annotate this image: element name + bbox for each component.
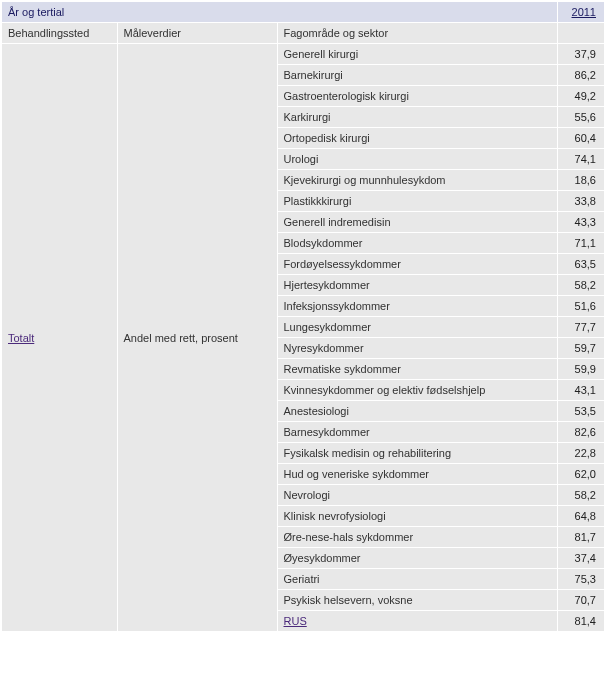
value-cell: 58,2: [557, 485, 604, 506]
value-cell: 77,7: [557, 317, 604, 338]
value-cell: 60,4: [557, 128, 604, 149]
value-cell: 71,1: [557, 233, 604, 254]
table-row: TotaltAndel med rett, prosentGenerell ki…: [1, 44, 604, 65]
value-cell: 33,8: [557, 191, 604, 212]
category-label: Fordøyelsessykdommer: [277, 254, 557, 275]
col-header-fagomraade: Fagområde og sektor: [277, 23, 557, 44]
col-header-value-blank: [557, 23, 604, 44]
category-label: Øyesykdommer: [277, 548, 557, 569]
value-cell: 49,2: [557, 86, 604, 107]
category-label: Fysikalsk medisin og rehabilitering: [277, 443, 557, 464]
header-row-cols: Behandlingssted Måleverdier Fagområde og…: [1, 23, 604, 44]
value-cell: 51,6: [557, 296, 604, 317]
category-label: Hjertesykdommer: [277, 275, 557, 296]
category-label: Revmatiske sykdommer: [277, 359, 557, 380]
value-cell: 37,9: [557, 44, 604, 65]
value-cell: 55,6: [557, 107, 604, 128]
category-label: Klinisk nevrofysiologi: [277, 506, 557, 527]
data-table: År og tertial 2011 Behandlingssted Målev…: [0, 0, 604, 633]
category-label: Gastroenterologisk kirurgi: [277, 86, 557, 107]
header-year-label: År og tertial: [1, 1, 557, 23]
category-label: Nyresykdommer: [277, 338, 557, 359]
value-cell: 58,2: [557, 275, 604, 296]
category-label: Psykisk helsevern, voksne: [277, 590, 557, 611]
category-label: Geriatri: [277, 569, 557, 590]
category-label: Karkirurgi: [277, 107, 557, 128]
category-label: Hud og veneriske sykdommer: [277, 464, 557, 485]
value-cell: 86,2: [557, 65, 604, 86]
stub-maaleverdier: Andel med rett, prosent: [117, 44, 277, 633]
value-cell: 81,4: [557, 611, 604, 633]
category-label: Anestesiologi: [277, 401, 557, 422]
value-cell: 62,0: [557, 464, 604, 485]
category-label: Barnesykdommer: [277, 422, 557, 443]
category-label: Plastikkkirurgi: [277, 191, 557, 212]
category-label: Infeksjonssykdommer: [277, 296, 557, 317]
col-header-behandlingssted: Behandlingssted: [1, 23, 117, 44]
value-cell: 82,6: [557, 422, 604, 443]
value-cell: 43,1: [557, 380, 604, 401]
header-year-value[interactable]: 2011: [557, 1, 604, 23]
category-label: Blodsykdommer: [277, 233, 557, 254]
stub-behandlingssted[interactable]: Totalt: [1, 44, 117, 633]
value-cell: 81,7: [557, 527, 604, 548]
category-label: Barnekirurgi: [277, 65, 557, 86]
category-label: Urologi: [277, 149, 557, 170]
data-table-container: År og tertial 2011 Behandlingssted Målev…: [0, 0, 604, 633]
category-label: Generell indremedisin: [277, 212, 557, 233]
value-cell: 53,5: [557, 401, 604, 422]
category-label: Kjevekirurgi og munnhulesykdom: [277, 170, 557, 191]
value-cell: 75,3: [557, 569, 604, 590]
header-row-top: År og tertial 2011: [1, 1, 604, 23]
value-cell: 63,5: [557, 254, 604, 275]
value-cell: 37,4: [557, 548, 604, 569]
category-label: Nevrologi: [277, 485, 557, 506]
value-cell: 70,7: [557, 590, 604, 611]
category-label: Lungesykdommer: [277, 317, 557, 338]
category-label: Øre-nese-hals sykdommer: [277, 527, 557, 548]
category-label: Generell kirurgi: [277, 44, 557, 65]
category-label: Ortopedisk kirurgi: [277, 128, 557, 149]
category-label: Kvinnesykdommer og elektiv fødselshjelp: [277, 380, 557, 401]
category-label[interactable]: RUS: [277, 611, 557, 633]
value-cell: 59,7: [557, 338, 604, 359]
value-cell: 64,8: [557, 506, 604, 527]
value-cell: 74,1: [557, 149, 604, 170]
col-header-maaleverdier: Måleverdier: [117, 23, 277, 44]
value-cell: 59,9: [557, 359, 604, 380]
value-cell: 22,8: [557, 443, 604, 464]
value-cell: 43,3: [557, 212, 604, 233]
value-cell: 18,6: [557, 170, 604, 191]
